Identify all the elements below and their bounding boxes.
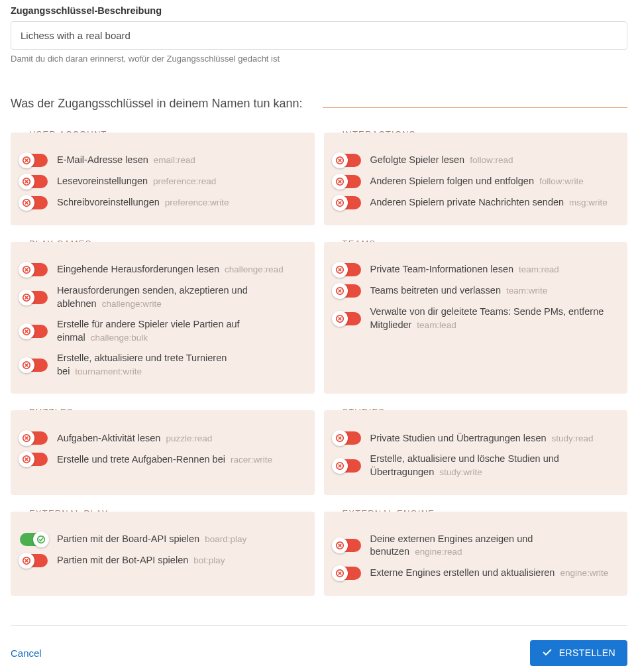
- x-circle-icon: [332, 311, 348, 327]
- scope-label: Teams beitreten und verlassen: [370, 285, 501, 296]
- permission-group-puzzles: PUZZLESAufgaben-Aktivität lesenpuzzle:re…: [11, 407, 315, 494]
- scope-row: Erstelle und trete Aufgaben-Rennen beira…: [20, 449, 305, 470]
- scope-code: study:read: [552, 433, 594, 443]
- scope-row: Erstelle, aktualisiere und lösche Studie…: [333, 449, 619, 482]
- scope-label-wrap: Erstelle, aktualisiere und lösche Studie…: [370, 453, 619, 478]
- x-circle-icon: [19, 430, 34, 446]
- scope-toggle[interactable]: [20, 533, 48, 546]
- scope-toggle[interactable]: [20, 554, 48, 567]
- scope-code: board:play: [205, 534, 246, 544]
- scope-toggle[interactable]: [333, 284, 361, 298]
- scope-toggle[interactable]: [20, 359, 48, 372]
- cancel-button[interactable]: Cancel: [11, 647, 42, 659]
- submit-button[interactable]: ERSTELLEN: [530, 640, 627, 666]
- scope-code: challenge:read: [225, 264, 284, 274]
- scope-label-wrap: Deine externen Engines anzeigen und benu…: [370, 533, 619, 559]
- scope-row: Partien mit der Board-API spielenboard:p…: [20, 529, 305, 550]
- permission-group-teams: TEAMSPrivate Team-Informationen lesentea…: [324, 239, 628, 394]
- x-circle-icon: [332, 458, 348, 474]
- scope-toggle[interactable]: [20, 431, 48, 445]
- scope-row: Anderen Spielern folgen und entfolgenfol…: [333, 171, 619, 192]
- permission-group-body: Private Team-Informationen lesenteam:rea…: [324, 242, 628, 394]
- x-circle-icon: [19, 152, 34, 168]
- scope-row: Teams beitreten und verlassenteam:write: [333, 280, 619, 302]
- x-circle-icon: [332, 195, 348, 211]
- scope-label-wrap: Partien mit der Board-API spielenboard:p…: [57, 533, 305, 546]
- scope-code: preference:write: [165, 197, 229, 207]
- scope-toggle[interactable]: [20, 175, 48, 188]
- scope-toggle[interactable]: [20, 291, 48, 304]
- scope-row: Private Team-Informationen lesenteam:rea…: [333, 259, 619, 280]
- x-circle-icon: [19, 323, 34, 339]
- scope-code: tournament:write: [75, 366, 142, 376]
- scope-code: preference:read: [153, 176, 216, 186]
- permissions-heading: Was der Zugangsschlüssel in deinem Namen…: [11, 97, 627, 111]
- scope-code: engine:read: [415, 547, 462, 557]
- x-circle-icon: [332, 283, 348, 299]
- scope-row: E-Mail-Adresse lesenemail:read: [20, 150, 305, 171]
- scope-label: Gefolgte Spieler lesen: [370, 154, 465, 165]
- scope-label-wrap: Erstelle, aktualisiere und trete Turnier…: [57, 352, 305, 378]
- scope-label: Verwalte von dir geleitete Teams: Sende …: [370, 306, 604, 330]
- scope-toggle[interactable]: [20, 325, 48, 338]
- submit-button-label: ERSTELLEN: [559, 647, 615, 658]
- check-icon: [542, 647, 553, 659]
- scope-label-wrap: Gefolgte Spieler lesenfollow:read: [370, 154, 619, 167]
- scope-label: Eingehende Herausforderungen lesen: [57, 264, 219, 274]
- scope-label-wrap: Aufgaben-Aktivität lesenpuzzle:read: [57, 432, 305, 445]
- scope-toggle[interactable]: [333, 459, 361, 473]
- scope-label-wrap: Private Team-Informationen lesenteam:rea…: [370, 263, 619, 276]
- scope-label-wrap: Erstelle für andere Spieler viele Partie…: [57, 318, 305, 344]
- scope-row: Aufgaben-Aktivität lesenpuzzle:read: [20, 427, 305, 449]
- permission-group-studies: STUDIESPrivate Studien und Übertragungen…: [324, 407, 628, 494]
- permission-group-body: E-Mail-Adresse lesenemail:readLesevorein…: [11, 133, 315, 225]
- description-input[interactable]: [11, 21, 627, 50]
- scope-toggle[interactable]: [333, 263, 361, 276]
- scope-toggle[interactable]: [20, 154, 48, 167]
- x-circle-icon: [19, 290, 34, 306]
- scope-row: Externe Engines erstellen und aktualisie…: [333, 563, 619, 584]
- scope-code: study:write: [439, 467, 482, 477]
- scope-code: racer:write: [231, 455, 272, 465]
- permission-group-play-games: PLAY GAMESEingehende Herausforderungen l…: [11, 239, 315, 394]
- scope-toggle[interactable]: [333, 196, 361, 209]
- scope-code: engine:write: [560, 568, 608, 578]
- scope-label: Private Team-Informationen lesen: [370, 264, 514, 274]
- scope-code: follow:write: [539, 176, 584, 186]
- scope-toggle[interactable]: [20, 263, 48, 276]
- scope-toggle[interactable]: [20, 453, 48, 466]
- scope-label-wrap: Private Studien und Übertragungen lesens…: [370, 432, 619, 445]
- scope-toggle[interactable]: [20, 196, 48, 209]
- token-form: Zugangsschlüssel-Beschreibung Damit du d…: [0, 0, 638, 672]
- scope-code: follow:read: [470, 155, 513, 165]
- scope-toggle[interactable]: [333, 567, 361, 580]
- permission-group-body: Aufgaben-Aktivität lesenpuzzle:readErste…: [11, 410, 315, 494]
- scope-label: Anderen Spielern private Nachrichten sen…: [370, 197, 564, 207]
- scope-label: Schreibvoreinstellungen: [57, 197, 160, 207]
- scope-row: Partien mit der Bot-API spielenbot:play: [20, 550, 305, 571]
- scope-code: email:read: [154, 155, 195, 165]
- x-circle-icon: [19, 451, 34, 467]
- permission-group-body: Deine externen Engines anzeigen und benu…: [324, 512, 628, 596]
- scope-toggle[interactable]: [333, 312, 361, 325]
- permission-group-body: Eingehende Herausforderungen lesenchalle…: [11, 242, 315, 394]
- footer-divider: [11, 625, 627, 626]
- permission-groups: USER ACCOUNTE-Mail-Adresse lesenemail:re…: [11, 129, 627, 596]
- scope-toggle[interactable]: [333, 175, 361, 188]
- scope-label-wrap: Lesevoreinstellungenpreference:read: [57, 175, 305, 188]
- scope-row: Erstelle, aktualisiere und trete Turnier…: [20, 348, 305, 382]
- scope-label: Partien mit der Board-API spielen: [57, 533, 199, 544]
- permission-group-interactions: INTERACTIONSGefolgte Spieler lesenfollow…: [324, 129, 628, 225]
- scope-row: Schreibvoreinstellungenpreference:write: [20, 192, 305, 213]
- scope-label: Erstelle für andere Spieler viele Partie…: [57, 319, 240, 343]
- permission-group-body: Partien mit der Board-API spielenboard:p…: [11, 512, 315, 596]
- scope-toggle[interactable]: [333, 154, 361, 167]
- scope-label: Lesevoreinstellungen: [57, 176, 148, 186]
- description-help: Damit du dich daran erinnerst, wofür der…: [11, 54, 627, 64]
- check-circle-icon: [33, 532, 49, 547]
- scope-row: Eingehende Herausforderungen lesenchalle…: [20, 259, 305, 280]
- scope-label-wrap: Anderen Spielern folgen und entfolgenfol…: [370, 175, 619, 188]
- scope-toggle[interactable]: [333, 539, 361, 552]
- scope-toggle[interactable]: [333, 431, 361, 445]
- permission-group-external-play: EXTERNAL PLAYPartien mit der Board-API s…: [11, 508, 315, 596]
